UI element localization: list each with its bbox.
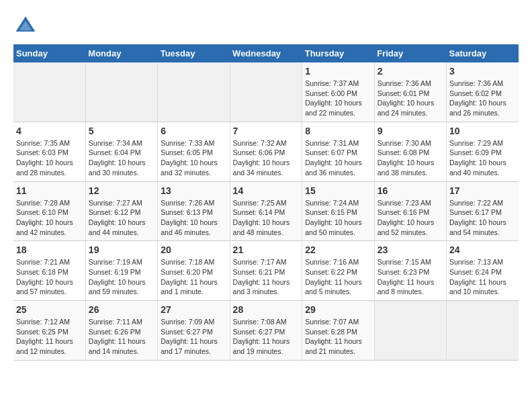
day-info: Sunrise: 7:33 AMSunset: 6:05 PMDaylight:… xyxy=(161,138,226,178)
day-number: 8 xyxy=(305,126,371,136)
day-number: 16 xyxy=(378,185,443,196)
day-info: Sunrise: 7:13 AMSunset: 6:24 PMDaylight:… xyxy=(449,257,516,297)
weekday-header-row: SundayMondayTuesdayWednesdayThursdayFrid… xyxy=(13,44,519,62)
day-info: Sunrise: 7:22 AMSunset: 6:17 PMDaylight:… xyxy=(449,198,516,238)
calendar-table: SundayMondayTuesdayWednesdayThursdayFrid… xyxy=(13,44,519,361)
week-row-1: 1Sunrise: 7:37 AMSunset: 6:00 PMDaylight… xyxy=(13,62,519,122)
day-cell: 14Sunrise: 7:25 AMSunset: 6:14 PMDayligh… xyxy=(230,181,302,241)
day-info: Sunrise: 7:27 AMSunset: 6:12 PMDaylight:… xyxy=(89,198,154,238)
day-info: Sunrise: 7:15 AMSunset: 6:23 PMDaylight:… xyxy=(378,257,443,297)
day-cell: 3Sunrise: 7:36 AMSunset: 6:02 PMDaylight… xyxy=(447,62,519,122)
day-cell: 29Sunrise: 7:07 AMSunset: 6:28 PMDayligh… xyxy=(302,301,374,361)
page-header xyxy=(13,13,519,38)
weekday-header-friday: Friday xyxy=(374,44,446,62)
day-cell: 5Sunrise: 7:34 AMSunset: 6:04 PMDaylight… xyxy=(85,122,157,181)
day-info: Sunrise: 7:26 AMSunset: 6:13 PMDaylight:… xyxy=(161,198,226,238)
day-cell: 9Sunrise: 7:30 AMSunset: 6:08 PMDaylight… xyxy=(374,122,446,181)
logo xyxy=(13,13,40,38)
day-cell: 15Sunrise: 7:24 AMSunset: 6:15 PMDayligh… xyxy=(302,181,374,241)
weekday-header-sunday: Sunday xyxy=(13,44,85,62)
day-number: 15 xyxy=(305,185,371,196)
week-row-5: 25Sunrise: 7:12 AMSunset: 6:25 PMDayligh… xyxy=(13,301,519,361)
day-number: 22 xyxy=(305,244,371,255)
day-number: 14 xyxy=(233,185,300,196)
day-info: Sunrise: 7:37 AMSunset: 6:00 PMDaylight:… xyxy=(305,79,371,118)
day-info: Sunrise: 7:36 AMSunset: 6:02 PMDaylight:… xyxy=(449,79,516,118)
day-number: 29 xyxy=(305,304,371,315)
day-info: Sunrise: 7:17 AMSunset: 6:21 PMDaylight:… xyxy=(233,257,300,297)
day-number: 25 xyxy=(16,304,83,315)
day-cell: 28Sunrise: 7:08 AMSunset: 6:27 PMDayligh… xyxy=(230,301,302,361)
day-cell: 25Sunrise: 7:12 AMSunset: 6:25 PMDayligh… xyxy=(13,301,85,361)
day-info: Sunrise: 7:11 AMSunset: 6:26 PMDaylight:… xyxy=(89,317,154,357)
day-cell: 11Sunrise: 7:28 AMSunset: 6:10 PMDayligh… xyxy=(13,181,85,241)
day-cell: 24Sunrise: 7:13 AMSunset: 6:24 PMDayligh… xyxy=(447,241,519,301)
week-row-4: 18Sunrise: 7:21 AMSunset: 6:18 PMDayligh… xyxy=(13,241,519,301)
day-info: Sunrise: 7:31 AMSunset: 6:07 PMDaylight:… xyxy=(305,138,371,178)
day-number: 20 xyxy=(161,244,226,255)
day-info: Sunrise: 7:32 AMSunset: 6:06 PMDaylight:… xyxy=(233,138,300,178)
day-number: 24 xyxy=(449,244,516,255)
day-info: Sunrise: 7:30 AMSunset: 6:08 PMDaylight:… xyxy=(378,138,443,178)
day-info: Sunrise: 7:19 AMSunset: 6:19 PMDaylight:… xyxy=(89,257,154,297)
day-cell: 18Sunrise: 7:21 AMSunset: 6:18 PMDayligh… xyxy=(13,241,85,301)
day-cell: 10Sunrise: 7:29 AMSunset: 6:09 PMDayligh… xyxy=(447,122,519,181)
weekday-header-monday: Monday xyxy=(85,44,157,62)
day-number: 4 xyxy=(16,126,83,136)
day-cell: 7Sunrise: 7:32 AMSunset: 6:06 PMDaylight… xyxy=(230,122,302,181)
day-info: Sunrise: 7:21 AMSunset: 6:18 PMDaylight:… xyxy=(16,257,83,297)
day-number: 12 xyxy=(89,185,154,196)
logo-icon xyxy=(13,13,38,38)
day-cell: 13Sunrise: 7:26 AMSunset: 6:13 PMDayligh… xyxy=(158,181,230,241)
day-cell: 17Sunrise: 7:22 AMSunset: 6:17 PMDayligh… xyxy=(447,181,519,241)
day-number: 21 xyxy=(233,244,300,255)
day-cell: 16Sunrise: 7:23 AMSunset: 6:16 PMDayligh… xyxy=(374,181,446,241)
day-number: 27 xyxy=(161,304,226,315)
day-cell: 19Sunrise: 7:19 AMSunset: 6:19 PMDayligh… xyxy=(85,241,157,301)
day-number: 7 xyxy=(233,126,300,136)
day-cell: 12Sunrise: 7:27 AMSunset: 6:12 PMDayligh… xyxy=(85,181,157,241)
day-info: Sunrise: 7:35 AMSunset: 6:03 PMDaylight:… xyxy=(16,138,83,178)
day-number: 23 xyxy=(378,244,443,255)
day-cell xyxy=(13,62,85,122)
day-cell xyxy=(230,62,302,122)
day-cell: 8Sunrise: 7:31 AMSunset: 6:07 PMDaylight… xyxy=(302,122,374,181)
day-cell: 23Sunrise: 7:15 AMSunset: 6:23 PMDayligh… xyxy=(374,241,446,301)
weekday-header-saturday: Saturday xyxy=(447,44,519,62)
day-cell: 26Sunrise: 7:11 AMSunset: 6:26 PMDayligh… xyxy=(85,301,157,361)
day-info: Sunrise: 7:23 AMSunset: 6:16 PMDaylight:… xyxy=(378,198,443,238)
day-number: 28 xyxy=(233,304,300,315)
day-cell xyxy=(447,301,519,361)
weekday-header-thursday: Thursday xyxy=(302,44,374,62)
day-info: Sunrise: 7:28 AMSunset: 6:10 PMDaylight:… xyxy=(16,198,83,238)
day-number: 17 xyxy=(449,185,516,196)
day-info: Sunrise: 7:29 AMSunset: 6:09 PMDaylight:… xyxy=(449,138,516,178)
week-row-3: 11Sunrise: 7:28 AMSunset: 6:10 PMDayligh… xyxy=(13,181,519,241)
day-cell: 22Sunrise: 7:16 AMSunset: 6:22 PMDayligh… xyxy=(302,241,374,301)
day-cell: 27Sunrise: 7:09 AMSunset: 6:27 PMDayligh… xyxy=(158,301,230,361)
day-cell xyxy=(374,301,446,361)
day-number: 19 xyxy=(89,244,154,255)
day-info: Sunrise: 7:25 AMSunset: 6:14 PMDaylight:… xyxy=(233,198,300,238)
day-cell: 21Sunrise: 7:17 AMSunset: 6:21 PMDayligh… xyxy=(230,241,302,301)
day-info: Sunrise: 7:36 AMSunset: 6:01 PMDaylight:… xyxy=(378,79,443,118)
day-number: 2 xyxy=(378,66,443,77)
weekday-header-tuesday: Tuesday xyxy=(158,44,230,62)
day-number: 1 xyxy=(305,66,371,77)
day-cell: 2Sunrise: 7:36 AMSunset: 6:01 PMDaylight… xyxy=(374,62,446,122)
day-cell xyxy=(85,62,157,122)
day-number: 13 xyxy=(161,185,226,196)
day-info: Sunrise: 7:07 AMSunset: 6:28 PMDaylight:… xyxy=(305,317,371,357)
day-number: 6 xyxy=(161,126,226,136)
day-info: Sunrise: 7:24 AMSunset: 6:15 PMDaylight:… xyxy=(305,198,371,238)
day-number: 18 xyxy=(16,244,83,255)
day-cell: 20Sunrise: 7:18 AMSunset: 6:20 PMDayligh… xyxy=(158,241,230,301)
day-number: 10 xyxy=(449,126,516,136)
day-number: 3 xyxy=(449,66,516,77)
day-cell: 1Sunrise: 7:37 AMSunset: 6:00 PMDaylight… xyxy=(302,62,374,122)
day-cell: 6Sunrise: 7:33 AMSunset: 6:05 PMDaylight… xyxy=(158,122,230,181)
day-cell: 4Sunrise: 7:35 AMSunset: 6:03 PMDaylight… xyxy=(13,122,85,181)
day-number: 5 xyxy=(89,126,154,136)
week-row-2: 4Sunrise: 7:35 AMSunset: 6:03 PMDaylight… xyxy=(13,122,519,181)
day-info: Sunrise: 7:08 AMSunset: 6:27 PMDaylight:… xyxy=(233,317,300,357)
